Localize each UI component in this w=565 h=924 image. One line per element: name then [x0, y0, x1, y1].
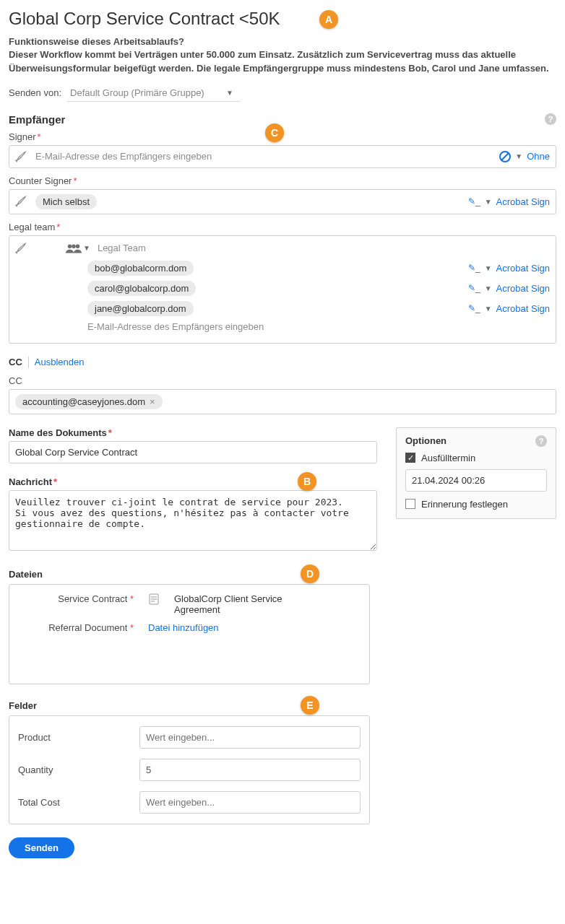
- file-row: Service Contract * GlobalCorp Client Ser…: [18, 593, 361, 615]
- callout-b: B: [298, 472, 316, 491]
- legalteam-member-row: carol@globalcorp.dom ✎_ ▼ Acrobat Sign: [87, 281, 550, 296]
- legalteam-member-chip[interactable]: bob@globalcorm.dom: [87, 261, 194, 276]
- document-icon: [148, 593, 160, 615]
- cc-chip[interactable]: accounting@caseyjones.dom ×: [15, 394, 163, 409]
- svg-point-0: [68, 244, 72, 248]
- fields-heading: Felder: [9, 700, 377, 711]
- help-icon[interactable]: ?: [535, 435, 547, 447]
- options-panel: Optionen ? ✓ Ausfülltermin Erinnerung fe…: [396, 427, 556, 519]
- file-row: Referral Document * Datei hinzufügen: [18, 622, 361, 633]
- message-textarea[interactable]: [9, 490, 377, 551]
- countersigner-chip[interactable]: Mich selbst: [35, 194, 97, 209]
- pen-icon: [15, 195, 28, 208]
- legalteam-member-row: jane@globalcorp.dom ✎_ ▼ Acrobat Sign: [87, 301, 550, 316]
- signer-auth-select[interactable]: ▼ Ohne: [499, 151, 550, 162]
- deadline-input[interactable]: [405, 469, 547, 492]
- signature-icon: ✎_: [468, 196, 480, 206]
- legalteam-member-auth-label: Acrobat Sign: [496, 263, 550, 274]
- deadline-label: Ausfülltermin: [421, 453, 475, 463]
- recipients-heading: Empfänger: [9, 113, 65, 126]
- fields-panel: Product Quantity Total Cost: [9, 715, 370, 824]
- help-icon[interactable]: ?: [545, 113, 556, 125]
- files-heading: Dateien: [9, 569, 377, 580]
- legalteam-member-auth-label: Acrobat Sign: [496, 303, 550, 314]
- chevron-down-icon: ▼: [485, 264, 492, 272]
- divider: [28, 357, 29, 368]
- signature-icon: ✎_: [468, 263, 480, 273]
- legalteam-panel: ▼ Legal Team bob@globalcorm.dom ✎_ ▼ Acr…: [9, 235, 556, 344]
- field-input-totalcost[interactable]: [139, 791, 361, 814]
- close-icon[interactable]: ×: [150, 396, 155, 407]
- countersigner-auth-select[interactable]: ✎_ ▼ Acrobat Sign: [468, 196, 550, 207]
- svg-point-1: [72, 244, 76, 248]
- cc-label: CC: [9, 375, 556, 386]
- legalteam-member-chip[interactable]: jane@globalcorp.dom: [87, 301, 194, 316]
- send-from-label: Senden von:: [9, 87, 61, 98]
- checkbox-checked-icon: ✓: [405, 453, 415, 463]
- chevron-down-icon: ▼: [485, 305, 492, 313]
- send-from-select[interactable]: Default Group (Primäre Gruppe) ▼: [67, 84, 241, 102]
- cc-chip-text: accounting@caseyjones.dom: [22, 396, 145, 407]
- callout-e: E: [301, 696, 319, 715]
- field-input-quantity[interactable]: [139, 759, 361, 781]
- reminder-label: Erinnerung festlegen: [421, 499, 508, 510]
- field-label: Quantity: [18, 764, 126, 775]
- legalteam-label: Legal team: [9, 222, 556, 232]
- cc-hide-link[interactable]: Ausblenden: [35, 357, 85, 367]
- send-button[interactable]: Senden: [9, 837, 74, 858]
- docname-input[interactable]: [9, 441, 377, 463]
- group-icon[interactable]: ▼: [66, 243, 90, 253]
- checkbox-icon: [405, 499, 415, 509]
- files-panel: Service Contract * GlobalCorp Client Ser…: [9, 584, 370, 684]
- legalteam-name: Legal Team: [98, 243, 146, 253]
- field-input-product[interactable]: [139, 726, 361, 749]
- pen-icon: [15, 242, 28, 255]
- callout-c: C: [265, 123, 284, 142]
- chevron-down-icon: ▼: [485, 198, 492, 206]
- workflow-description: Dieser Workflow kommt bei Verträgen unte…: [9, 48, 556, 76]
- legalteam-add-row[interactable]: E-Mail-Adresse des Empfängers eingeben: [87, 321, 550, 332]
- chevron-down-icon: ▼: [515, 152, 522, 160]
- callout-d: D: [301, 565, 319, 583]
- countersigner-auth-label: Acrobat Sign: [496, 196, 550, 207]
- field-row: Quantity: [18, 759, 361, 781]
- field-row: Product: [18, 726, 361, 749]
- chevron-down-icon: ▼: [485, 284, 492, 292]
- legalteam-member-chip[interactable]: carol@globalcorp.dom: [87, 281, 196, 296]
- signature-icon: ✎_: [468, 303, 480, 313]
- none-icon: [499, 151, 511, 162]
- legalteam-member-row: bob@globalcorm.dom ✎_ ▼ Acrobat Sign: [87, 261, 550, 276]
- field-row: Total Cost: [18, 791, 361, 814]
- workflow-subheading: Funktionsweise dieses Arbeitsablaufs?: [9, 36, 556, 47]
- chevron-down-icon: ▼: [83, 244, 90, 252]
- file-name: GlobalCorp Client Service Agreement: [174, 593, 304, 615]
- legalteam-add-placeholder: E-Mail-Adresse des Empfängers eingeben: [87, 321, 264, 332]
- page-title: Global Corp Service Contract <50K: [9, 9, 556, 29]
- docname-label: Name des Dokuments: [9, 427, 377, 438]
- legalteam-member-auth[interactable]: ✎_ ▼ Acrobat Sign: [468, 283, 550, 294]
- pen-icon: [15, 150, 28, 163]
- signer-input[interactable]: E-Mail-Adresse des Empfängers eingeben: [35, 151, 492, 162]
- file-label-text: Service Contract: [58, 593, 127, 604]
- deadline-checkbox-row[interactable]: ✓ Ausfülltermin: [405, 453, 547, 463]
- countersigner-label: Counter Signer: [9, 175, 556, 186]
- countersigner-panel: Mich selbst ✎_ ▼ Acrobat Sign: [9, 189, 556, 214]
- cc-panel[interactable]: accounting@caseyjones.dom ×: [9, 389, 556, 414]
- svg-point-2: [76, 244, 80, 248]
- file-label-text: Referral Document: [48, 622, 127, 633]
- legalteam-member-auth[interactable]: ✎_ ▼ Acrobat Sign: [468, 263, 550, 274]
- legalteam-member-auth[interactable]: ✎_ ▼ Acrobat Sign: [468, 303, 550, 314]
- signature-icon: ✎_: [468, 283, 480, 293]
- add-file-link[interactable]: Datei hinzufügen: [148, 622, 219, 633]
- legalteam-member-auth-label: Acrobat Sign: [496, 283, 550, 294]
- field-label: Product: [18, 732, 126, 743]
- chevron-down-icon: ▼: [226, 89, 233, 97]
- cc-heading: CC: [9, 357, 22, 367]
- reminder-checkbox-row[interactable]: Erinnerung festlegen: [405, 499, 547, 510]
- options-heading: Optionen: [405, 435, 447, 447]
- callout-a: A: [319, 10, 338, 29]
- signer-panel: E-Mail-Adresse des Empfängers eingeben ▼…: [9, 145, 556, 168]
- signer-auth-label: Ohne: [527, 151, 550, 162]
- send-from-value: Default Group (Primäre Gruppe): [70, 87, 204, 98]
- message-label: Nachricht: [9, 476, 377, 487]
